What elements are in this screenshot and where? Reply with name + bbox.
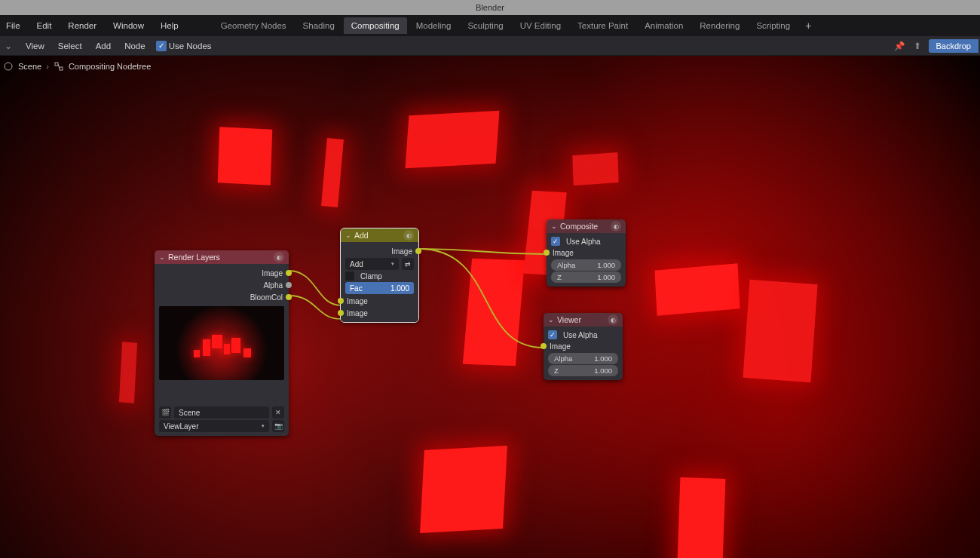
svg-point-0 — [5, 63, 12, 70]
backdrop-toggle[interactable]: Backdrop — [929, 39, 978, 53]
tab-shading[interactable]: Shading — [296, 17, 342, 34]
alpha-slider[interactable]: Alpha 1.000 — [548, 353, 618, 364]
socket-color-icon[interactable] — [286, 294, 292, 300]
node-header[interactable]: ⌄ Viewer ◐ — [544, 313, 623, 327]
chevron-right-icon: › — [46, 62, 49, 71]
fac-slider[interactable]: Fac 1.000 — [345, 282, 414, 294]
collapse-icon[interactable]: ⌄ — [548, 316, 554, 323]
checkbox-checked-icon: ✓ — [156, 41, 167, 51]
header-view[interactable]: View — [23, 39, 47, 53]
collapse-icon[interactable]: ⌄ — [159, 253, 165, 261]
node-links — [0, 56, 980, 558]
window-titlebar: Blender — [0, 0, 980, 15]
editor-header: ⌄ View Select Add Node ✓ Use Nodes 📌 ⬆ B… — [0, 36, 980, 56]
node-header[interactable]: ⌄ Composite ◐ — [547, 219, 626, 233]
node-title: Add — [354, 231, 369, 240]
blend-mode-select[interactable]: Add▾ ⇄ — [341, 257, 418, 271]
use-alpha-toggle[interactable]: ✓ Use Alpha — [544, 330, 623, 340]
editor-type-dropdown-icon[interactable]: ⌄ — [2, 41, 15, 51]
breadcrumb-scene[interactable]: Scene — [18, 62, 41, 71]
tab-geometry-nodes[interactable]: Geometry Nodes — [213, 17, 294, 34]
scene-selector[interactable]: 🎬 Scene ✕ — [155, 406, 289, 419]
socket-color-icon[interactable] — [338, 310, 344, 316]
menu-render[interactable]: Render — [65, 18, 100, 33]
checkbox-checked-icon: ✓ — [548, 330, 557, 339]
nodetree-icon — [54, 61, 64, 72]
menu-window[interactable]: Window — [110, 18, 147, 33]
tab-scripting[interactable]: Scripting — [749, 17, 798, 34]
tab-uv-editing[interactable]: UV Editing — [513, 17, 568, 34]
node-title: Render Layers — [168, 253, 220, 262]
tab-sculpting[interactable]: Sculpting — [460, 17, 510, 34]
menu-file[interactable]: File — [3, 18, 23, 33]
header-select[interactable]: Select — [55, 39, 85, 53]
workspace-tabs: Geometry Nodes Shading Compositing Model… — [213, 17, 818, 34]
pin-icon[interactable]: 📌 — [893, 39, 906, 53]
viewlayer-selector[interactable]: ViewLayer▾ 📷 — [155, 419, 289, 433]
node-viewer[interactable]: ⌄ Viewer ◐ ✓ Use Alpha Image Alpha 1.000 — [544, 313, 623, 380]
node-title: Viewer — [557, 315, 581, 324]
remove-scene-button[interactable]: ✕ — [272, 406, 284, 418]
output-bloomcol[interactable]: BloomCol — [155, 291, 289, 303]
checkbox-checked-icon: ✓ — [551, 237, 560, 246]
input-image-2[interactable]: Image — [341, 307, 418, 319]
scene-icon: 🎬 — [159, 406, 171, 418]
parent-node-tree-icon[interactable]: ⬆ — [911, 39, 924, 53]
node-preview — [159, 306, 284, 380]
output-alpha[interactable]: Alpha — [155, 279, 289, 291]
node-preview-icon[interactable]: ◐ — [611, 221, 621, 231]
breadcrumb-nodetree[interactable]: Compositing Nodetree — [69, 62, 151, 71]
tab-compositing[interactable]: Compositing — [344, 17, 407, 34]
node-header[interactable]: ⌄ Add ◐ — [341, 228, 418, 242]
collapse-icon[interactable]: ⌄ — [345, 231, 351, 239]
z-slider[interactable]: Z 1.000 — [551, 271, 621, 283]
header-add[interactable]: Add — [93, 39, 114, 53]
node-preview-icon[interactable]: ◐ — [403, 230, 414, 241]
breadcrumb: Scene › Compositing Nodetree — [0, 57, 980, 75]
socket-color-icon[interactable] — [541, 343, 547, 349]
menubar: File Edit Render Window Help Geometry No… — [0, 15, 980, 36]
header-node[interactable]: Node — [121, 39, 149, 53]
link-icon[interactable]: ⇄ — [402, 258, 414, 270]
input-image[interactable]: Image — [547, 247, 626, 259]
node-preview-icon[interactable]: ◐ — [608, 314, 618, 325]
input-image[interactable]: Image — [544, 340, 623, 352]
socket-color-icon[interactable] — [338, 298, 344, 304]
svg-rect-1 — [55, 63, 58, 66]
node-editor[interactable]: ⌄ Render Layers ◐ Image Alpha BloomCol — [0, 56, 980, 558]
tab-rendering[interactable]: Rendering — [692, 17, 747, 34]
z-slider[interactable]: Z 1.000 — [548, 365, 618, 376]
node-preview-icon[interactable]: ◐ — [274, 252, 284, 262]
menu-edit[interactable]: Edit — [34, 18, 55, 33]
add-workspace-button[interactable]: + — [799, 20, 817, 32]
output-image[interactable]: Image — [155, 267, 289, 279]
socket-color-icon[interactable] — [286, 270, 292, 276]
node-header[interactable]: ⌄ Render Layers ◐ — [155, 250, 289, 264]
socket-value-icon[interactable] — [286, 282, 292, 288]
tab-modeling[interactable]: Modeling — [409, 17, 459, 34]
render-layer-button[interactable]: 📷 — [272, 420, 284, 432]
tab-texture-paint[interactable]: Texture Paint — [570, 17, 635, 34]
chevron-down-icon: ▾ — [262, 423, 265, 429]
scene-icon — [3, 61, 14, 72]
checkbox-unchecked-icon — [345, 271, 354, 281]
alpha-slider[interactable]: Alpha 1.000 — [551, 259, 621, 271]
socket-color-icon[interactable] — [544, 250, 550, 256]
output-image[interactable]: Image — [341, 245, 418, 257]
menu-help[interactable]: Help — [158, 18, 182, 33]
svg-rect-2 — [60, 67, 63, 70]
use-alpha-toggle[interactable]: ✓ Use Alpha — [547, 236, 626, 247]
node-composite[interactable]: ⌄ Composite ◐ ✓ Use Alpha Image Alpha 1.… — [547, 219, 626, 287]
use-nodes-toggle[interactable]: ✓ Use Nodes — [156, 41, 212, 51]
use-nodes-label: Use Nodes — [169, 41, 212, 51]
app-title: Blender — [476, 3, 504, 12]
input-image-1[interactable]: Image — [341, 295, 418, 307]
node-title: Composite — [560, 222, 598, 231]
node-mix-add[interactable]: ⌄ Add ◐ Image Add▾ ⇄ Clamp Fac 1.000 — [341, 228, 418, 322]
clamp-toggle[interactable]: Clamp — [341, 271, 418, 281]
chevron-down-icon: ▾ — [391, 261, 394, 267]
tab-animation[interactable]: Animation — [637, 17, 691, 34]
socket-color-icon[interactable] — [415, 248, 421, 254]
node-render-layers[interactable]: ⌄ Render Layers ◐ Image Alpha BloomCol — [155, 250, 289, 436]
collapse-icon[interactable]: ⌄ — [551, 222, 557, 230]
